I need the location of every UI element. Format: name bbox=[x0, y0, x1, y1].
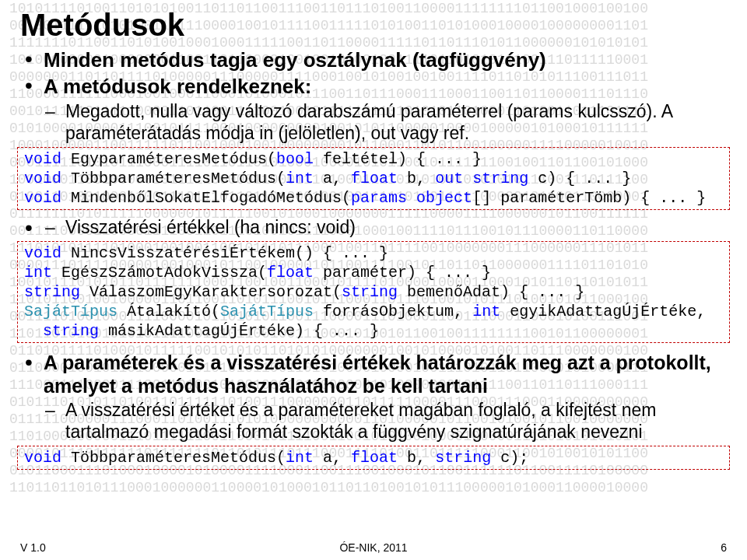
subbullet-2: Visszatérési értékkel (ha nincs: void) bbox=[44, 216, 727, 238]
slide-content: Metódusok Minden metódus tagja egy osztá… bbox=[0, 0, 747, 470]
subbullet-1: Megadott, nulla vagy változó darabszámú … bbox=[44, 100, 727, 144]
footer: V 1.0 ÓE-NIK, 2011 6 bbox=[0, 541, 747, 554]
page-title: Metódusok bbox=[20, 8, 727, 43]
bullet-1-text: Minden metódus tagja egy osztálynak (tag… bbox=[44, 48, 546, 72]
bullet-2b: Visszatérési értékkel (ha nincs: void) bbox=[20, 216, 727, 238]
subbullet-3: A visszatérési értéket és a paramétereke… bbox=[44, 399, 727, 443]
code-block-1: void EgyparaméteresMetódus(bool feltétel… bbox=[17, 147, 730, 210]
bullet-3: A paraméterek és a visszatérési értékek … bbox=[20, 351, 727, 443]
code-block-2: void NincsVisszatérésiÉrtékem() { ... } … bbox=[17, 241, 730, 343]
code-block-3: void TöbbparaméteresMetódus(int a, float… bbox=[17, 446, 730, 470]
bullet-2: A metódusok rendelkeznek: Megadott, null… bbox=[20, 74, 727, 144]
bullet-2-text: A metódusok rendelkeznek: bbox=[44, 75, 311, 98]
bullet-1: Minden metódus tagja egy osztálynak (tag… bbox=[20, 47, 727, 72]
footer-org: ÓE-NIK, 2011 bbox=[0, 541, 747, 554]
bullet-3-text: A paraméterek és a visszatérési értékek … bbox=[44, 352, 711, 397]
